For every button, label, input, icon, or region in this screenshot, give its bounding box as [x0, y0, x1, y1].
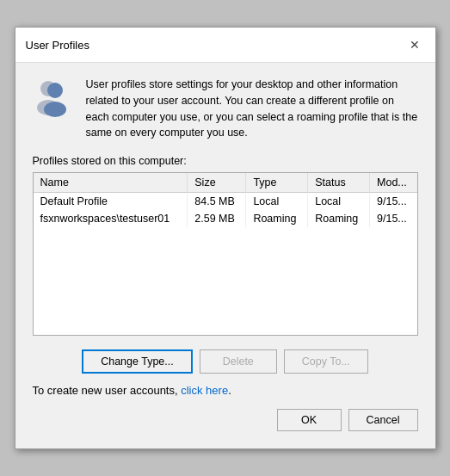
svg-point-3: [44, 102, 66, 117]
title-bar: User Profiles ✕: [15, 28, 435, 63]
col-size: Size: [188, 173, 246, 193]
cell-mod: 9/15...: [370, 193, 417, 211]
cell-name: fsxnworkspaces\testuser01: [34, 210, 188, 227]
ok-cancel-row: OK Cancel: [33, 409, 418, 435]
col-mod: Mod...: [370, 173, 417, 193]
copy-to-button[interactable]: Copy To...: [284, 349, 368, 374]
profiles-table: Name Size Type Status Mod... Default Pro…: [34, 173, 417, 227]
dialog-content: User profiles store settings for your de…: [15, 63, 435, 448]
table-header-row: Name Size Type Status Mod...: [34, 173, 417, 193]
user-icon: [33, 77, 74, 118]
col-status: Status: [308, 173, 370, 193]
cell-status: Local: [308, 193, 370, 211]
footer-text-after: .: [228, 384, 231, 397]
section-label: Profiles stored on this computer:: [33, 155, 418, 167]
change-type-button[interactable]: Change Type...: [82, 349, 193, 374]
cell-type: Roaming: [246, 210, 308, 227]
cell-name: Default Profile: [34, 193, 188, 211]
cell-size: 2.59 MB: [188, 210, 246, 227]
cell-size: 84.5 MB: [188, 193, 246, 211]
col-type: Type: [246, 173, 308, 193]
cell-status: Roaming: [308, 210, 370, 227]
cell-mod: 9/15...: [370, 210, 417, 227]
delete-button[interactable]: Delete: [200, 349, 277, 374]
close-button[interactable]: ✕: [404, 34, 425, 55]
svg-point-2: [47, 83, 63, 98]
dialog-title: User Profiles: [26, 39, 89, 52]
cancel-button[interactable]: Cancel: [348, 409, 418, 431]
table-row[interactable]: Default Profile 84.5 MB Local Local 9/15…: [34, 193, 417, 211]
description-text: User profiles store settings for your de…: [86, 77, 418, 141]
action-buttons-row: Change Type... Delete Copy To...: [33, 349, 418, 374]
footer-link-row: To create new user accounts, click here.: [33, 384, 418, 397]
footer-text-before: To create new user accounts,: [33, 384, 182, 397]
table-row[interactable]: fsxnworkspaces\testuser01 2.59 MB Roamin…: [34, 210, 417, 227]
header-section: User profiles store settings for your de…: [33, 77, 418, 141]
user-profiles-dialog: User Profiles ✕ User profiles store sett…: [15, 27, 436, 449]
profiles-table-container[interactable]: Name Size Type Status Mod... Default Pro…: [33, 172, 418, 336]
col-name: Name: [34, 173, 188, 193]
cell-type: Local: [246, 193, 308, 211]
create-accounts-link[interactable]: click here: [181, 384, 228, 397]
ok-button[interactable]: OK: [277, 409, 342, 431]
